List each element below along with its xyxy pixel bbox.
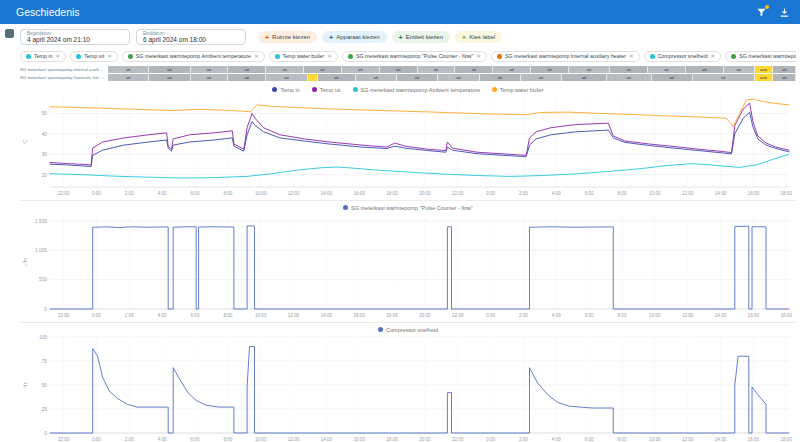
timeline-bar[interactable]: uituituituituituituituituituituituituitu… xyxy=(108,66,796,73)
chart-plot[interactable]: 22:000:002:004:006:008:0010:0012:0014:00… xyxy=(20,212,794,320)
x-tick-label: 8:00 xyxy=(223,313,232,318)
timeline-segment[interactable]: uit xyxy=(480,74,521,81)
timeline-bar[interactable]: uituituituituituituituituituituituituitu… xyxy=(108,74,796,81)
timeline-segment[interactable]: uit xyxy=(342,66,380,73)
timeline-segment[interactable]: uit xyxy=(686,66,724,73)
timeline-segment[interactable]: uit xyxy=(149,66,190,73)
timeline-segment[interactable]: uit xyxy=(149,74,190,81)
timeline-segment[interactable]: uit xyxy=(108,74,149,81)
filter-chip[interactable]: +Ruimte kiezen xyxy=(258,31,317,43)
x-tick-label: 8:00 xyxy=(618,313,627,318)
legend-item[interactable]: SG meterkast warmtepomp Ambient temperat… xyxy=(353,87,481,93)
entity-chip[interactable]: SG meterkast warmtepomp Internal auxilia… xyxy=(491,51,640,62)
timeline-segment[interactable]: uit xyxy=(318,74,356,81)
timeline-segment[interactable]: uit xyxy=(493,66,531,73)
left-rail xyxy=(0,24,18,442)
filter-chip[interactable]: +Apparaat kiezen xyxy=(322,31,386,43)
timeline-state-label: uit xyxy=(539,75,543,80)
x-tick-label: 10:00 xyxy=(649,191,661,196)
entity-chip[interactable]: SG meterkast warmtepomp Domestic hot wat… xyxy=(725,51,796,62)
timeline-state-label: uit xyxy=(669,75,673,80)
remove-entity-icon[interactable]: ✕ xyxy=(327,53,332,59)
remove-entity-icon[interactable]: ✕ xyxy=(107,53,112,59)
timeline-segment[interactable]: uit xyxy=(773,66,796,73)
x-tick-label: 2:00 xyxy=(125,191,134,196)
start-date-field[interactable]: Begindatum 4 april 2024 om 21:10 xyxy=(20,29,130,45)
entity-chip[interactable]: Temp uit✕ xyxy=(70,51,118,62)
entity-chip[interactable]: Temp in✕ xyxy=(20,51,66,62)
timeline-segment[interactable]: uit xyxy=(418,66,456,73)
timeline-segment[interactable]: aan xyxy=(755,66,774,73)
timeline-state-label: uit xyxy=(396,67,400,72)
timeline-segment[interactable] xyxy=(308,74,318,81)
x-tick-label: 4:00 xyxy=(552,313,561,318)
timeline-segment[interactable]: uit xyxy=(562,74,607,81)
timeline-segment[interactable]: uit xyxy=(610,66,648,73)
remove-entity-icon[interactable]: ✕ xyxy=(56,53,61,59)
remove-entity-icon[interactable]: ✕ xyxy=(254,53,259,59)
timeline-segment[interactable]: uit xyxy=(356,74,397,81)
x-tick-label: 22:00 xyxy=(58,313,70,318)
legend-item[interactable]: Compressor snelheid xyxy=(378,327,438,333)
timeline-segment[interactable]: uit xyxy=(191,74,229,81)
timeline-state-label: uit xyxy=(472,67,476,72)
content: Begindatum 4 april 2024 om 21:10 Einddat… xyxy=(18,24,800,442)
legend-item[interactable]: Temp uit xyxy=(312,87,341,93)
end-date-field[interactable]: Einddatum 6 april 2024 om 18:00 xyxy=(136,29,246,45)
timeline-state-label: uit xyxy=(126,75,130,80)
timeline-segment[interactable]: uit xyxy=(455,66,493,73)
legend-label: SG meterkast warmtepomp Ambient temperat… xyxy=(361,87,481,93)
legend-item[interactable]: Temp in xyxy=(272,87,299,93)
download-icon[interactable] xyxy=(779,7,790,18)
main-area: Begindatum 4 april 2024 om 21:10 Einddat… xyxy=(0,24,800,442)
x-tick-label: 22:00 xyxy=(58,191,70,196)
legend-item[interactable]: Temp water builer xyxy=(492,87,543,93)
timeline-segment[interactable]: uit xyxy=(438,74,479,81)
timeline-state-label: uit xyxy=(320,67,324,72)
entity-chip-row: Temp in✕Temp uit✕SG meterkast warmtepomp… xyxy=(20,50,796,62)
timeline-segment[interactable]: uit xyxy=(773,74,796,81)
timeline-segment[interactable]: uit xyxy=(304,66,342,73)
timeline-state-label: uit xyxy=(126,67,130,72)
y-tick-label: 30 xyxy=(42,152,48,157)
filter-chip[interactable]: +Kies label xyxy=(455,31,502,43)
timeline-segment[interactable]: aan xyxy=(755,74,774,81)
timeline-segment[interactable]: uit xyxy=(108,66,149,73)
timeline-segment[interactable]: uit xyxy=(397,74,438,81)
legend-item[interactable]: SG meterkast warmtepomp "Pulse Counter -… xyxy=(343,205,473,211)
remove-entity-icon[interactable]: ✕ xyxy=(476,53,481,59)
timeline-segment[interactable]: uit xyxy=(380,66,418,73)
chart-plot[interactable]: 22:000:002:004:006:008:0010:0012:0014:00… xyxy=(20,94,794,198)
plus-icon: + xyxy=(329,34,333,41)
filter-icon[interactable] xyxy=(756,7,767,18)
remove-entity-icon[interactable]: ✕ xyxy=(629,53,634,59)
timeline-segment[interactable]: uit xyxy=(521,74,562,81)
timeline-segment[interactable]: uit xyxy=(652,74,693,81)
y-tick-label: 1,000 xyxy=(35,248,47,253)
entity-chip[interactable]: Temp water builer✕ xyxy=(269,51,338,62)
chart-plot[interactable]: 22:000:002:004:006:008:0010:0012:0014:00… xyxy=(20,334,794,442)
timeline-segment[interactable]: uit xyxy=(191,66,229,73)
x-tick-label: 18:00 xyxy=(780,437,792,442)
entity-chip[interactable]: SG meterkast warmtepomp Ambient temperat… xyxy=(122,51,265,62)
timeline-segment[interactable]: uit xyxy=(531,66,569,73)
chart-section-3: Compressor snelheid22:000:002:004:006:00… xyxy=(20,322,796,442)
entity-chip[interactable]: SG meterkast warmtepomp "Pulse Counter -… xyxy=(342,51,487,62)
timeline-segment[interactable]: uit xyxy=(569,66,610,73)
timeline-state-label: uit xyxy=(702,67,706,72)
app-icon[interactable] xyxy=(5,29,14,38)
x-tick-label: 22:00 xyxy=(58,437,70,442)
timeline-segment[interactable]: uit xyxy=(724,66,755,73)
remove-entity-icon[interactable]: ✕ xyxy=(711,53,716,59)
timeline-segment[interactable]: uit xyxy=(266,66,304,73)
timeline-segment[interactable]: uit xyxy=(266,74,307,81)
y-tick-label: 25 xyxy=(42,407,48,412)
timeline-segment[interactable]: uit xyxy=(228,74,266,81)
timeline-segment[interactable]: uit xyxy=(648,66,686,73)
timeline-state-label: uit xyxy=(167,67,171,72)
filter-chip[interactable]: +Entiteit kiezen xyxy=(392,31,450,43)
entity-chip[interactable]: Compressor snelheid✕ xyxy=(644,51,722,62)
timeline-segment[interactable]: uit xyxy=(607,74,652,81)
timeline-segment[interactable]: uit xyxy=(228,66,266,73)
timeline-segment[interactable]: uit xyxy=(693,74,755,81)
